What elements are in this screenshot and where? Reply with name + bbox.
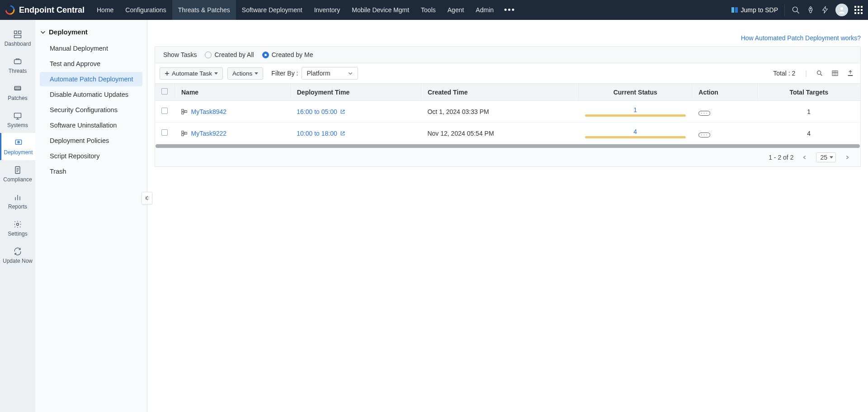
help-link[interactable]: How Automated Patch Deployment works? — [741, 34, 861, 42]
status-count-link[interactable]: 1 — [585, 106, 686, 114]
rail-patches[interactable]: Patches — [0, 79, 35, 106]
horizontal-scrollbar[interactable] — [155, 144, 861, 148]
deployment-subnav: Deployment Manual Deployment Test and Ap… — [35, 20, 147, 412]
row-action-menu-icon[interactable]: ● ● ● — [698, 133, 711, 137]
row-checkbox[interactable] — [161, 129, 168, 136]
rail-settings[interactable]: Settings — [0, 214, 35, 242]
rail-deployment[interactable]: Deployment — [0, 133, 35, 160]
rail-reports[interactable]: Reports — [0, 187, 35, 214]
radio-created-by-me[interactable]: Created by Me — [262, 51, 313, 58]
radio-icon — [262, 52, 269, 58]
rocket-icon[interactable] — [807, 6, 815, 14]
export-icon[interactable] — [845, 70, 856, 77]
status-bar — [585, 114, 686, 117]
svg-point-4 — [810, 8, 811, 9]
svg-rect-34 — [181, 109, 183, 111]
subnav-header[interactable]: Deployment — [35, 26, 147, 40]
nav-admin[interactable]: Admin — [470, 0, 500, 20]
platform-select[interactable]: Platform — [302, 67, 358, 80]
filter-by-label: Filter By : — [271, 70, 298, 77]
jump-to-sdp[interactable]: Jump to SDP — [731, 4, 785, 16]
task-name-link[interactable]: MyTask9222 — [191, 130, 227, 137]
subnav-security-configurations[interactable]: Security Configurations — [40, 103, 142, 117]
deployment-time-link[interactable]: 16:00 to 05:00 — [297, 108, 345, 115]
left-rail: Dashboard Threats Patches Systems Deploy… — [0, 20, 35, 412]
col-total-targets[interactable]: Total Targets — [757, 84, 860, 101]
app-logo[interactable]: Endpoint Central — [0, 5, 91, 15]
svg-rect-0 — [731, 7, 734, 13]
caret-down-icon — [830, 156, 833, 159]
rail-systems[interactable]: Systems — [0, 106, 35, 133]
chevron-down-icon — [40, 29, 46, 35]
subnav-script-repository[interactable]: Script Repository — [40, 149, 142, 163]
jump-label: Jump to SDP — [741, 6, 778, 14]
top-bar: Endpoint Central Home Configurations Thr… — [0, 0, 868, 20]
radio-created-by-all[interactable]: Created by All — [205, 51, 254, 58]
nav-software-deployment[interactable]: Software Deployment — [236, 0, 308, 20]
nav-agent[interactable]: Agent — [442, 0, 470, 20]
rail-threats[interactable]: Threats — [0, 52, 35, 79]
app-grid-icon[interactable] — [854, 6, 863, 14]
svg-rect-30 — [832, 71, 838, 76]
pager-next-icon[interactable] — [842, 152, 852, 162]
collapse-subnav-icon[interactable] — [142, 192, 152, 204]
table-search-icon[interactable] — [814, 70, 825, 77]
logo-icon — [5, 5, 15, 15]
subnav-software-uninstallation[interactable]: Software Uninstallation — [40, 118, 142, 133]
rail-dashboard[interactable]: Dashboard — [0, 24, 35, 52]
svg-rect-41 — [181, 133, 183, 135]
app-name: Endpoint Central — [19, 5, 85, 15]
svg-rect-40 — [181, 131, 183, 133]
subnav-test-approve[interactable]: Test and Approve — [40, 57, 142, 71]
row-action-menu-icon[interactable]: ● ● ● — [698, 111, 711, 116]
sdp-icon — [731, 6, 738, 14]
columns-icon[interactable] — [830, 70, 840, 77]
rail-compliance[interactable]: Compliance — [0, 160, 35, 187]
search-icon[interactable] — [791, 5, 800, 14]
svg-line-45 — [342, 132, 344, 134]
pager-prev-icon[interactable] — [800, 152, 810, 162]
svg-rect-35 — [181, 112, 183, 114]
nav-inventory[interactable]: Inventory — [308, 0, 346, 20]
plus-icon — [165, 71, 170, 76]
nav-home[interactable]: Home — [91, 0, 119, 20]
svg-line-29 — [821, 74, 822, 76]
col-name[interactable]: Name — [175, 84, 291, 101]
select-all-checkbox[interactable] — [161, 88, 168, 95]
caret-down-icon — [214, 72, 218, 75]
external-link-icon — [340, 131, 345, 136]
created-time: Nov 12, 2024 05:54 PM — [421, 123, 578, 144]
nav-tools[interactable]: Tools — [415, 0, 442, 20]
pager: 1 - 2 of 2 25 — [155, 148, 861, 167]
svg-point-5 — [840, 7, 843, 10]
col-deployment-time[interactable]: Deployment Time — [290, 84, 421, 101]
svg-line-39 — [342, 110, 344, 112]
avatar[interactable] — [835, 4, 848, 16]
col-action[interactable]: Action — [692, 84, 757, 101]
lightning-icon[interactable] — [821, 6, 829, 14]
show-tasks-label: Show Tasks — [163, 51, 197, 58]
subnav-disable-auto-updates[interactable]: Disable Automatic Updates — [40, 87, 142, 102]
row-checkbox[interactable] — [161, 108, 168, 114]
subnav-automate-patch-deployment[interactable]: Automate Patch Deployment — [40, 72, 142, 86]
main-content: How Automated Patch Deployment works? Sh… — [147, 20, 868, 412]
header-row: Name Deployment Time Created Time Curren… — [155, 84, 861, 101]
nav-threats-patches[interactable]: Threats & Patches — [172, 0, 236, 20]
page-size-select[interactable]: 25 — [816, 152, 836, 162]
col-created-time[interactable]: Created Time — [421, 84, 578, 101]
automate-task-button[interactable]: Automate Task — [160, 67, 223, 80]
nav-more-icon[interactable]: ••• — [500, 0, 520, 20]
actions-button[interactable]: Actions — [227, 67, 263, 80]
col-current-status[interactable]: Current Status — [579, 84, 692, 101]
filter-bar: Show Tasks Created by All Created by Me — [155, 46, 861, 63]
subnav-manual-deployment[interactable]: Manual Deployment — [40, 41, 142, 56]
table-row: MyTask8942 16:00 to 05:00 Oct 1, 2024 03… — [155, 101, 861, 123]
rail-update-now[interactable]: Update Now — [0, 242, 35, 269]
nav-configurations[interactable]: Configurations — [119, 0, 172, 20]
status-count-link[interactable]: 4 — [585, 128, 686, 135]
task-name-link[interactable]: MyTask8942 — [191, 108, 227, 115]
deployment-time-link[interactable]: 10:00 to 18:00 — [297, 130, 345, 137]
nav-mobile-device-mgmt[interactable]: Mobile Device Mgmt — [346, 0, 415, 20]
subnav-trash[interactable]: Trash — [40, 164, 142, 179]
subnav-deployment-policies[interactable]: Deployment Policies — [40, 133, 142, 148]
